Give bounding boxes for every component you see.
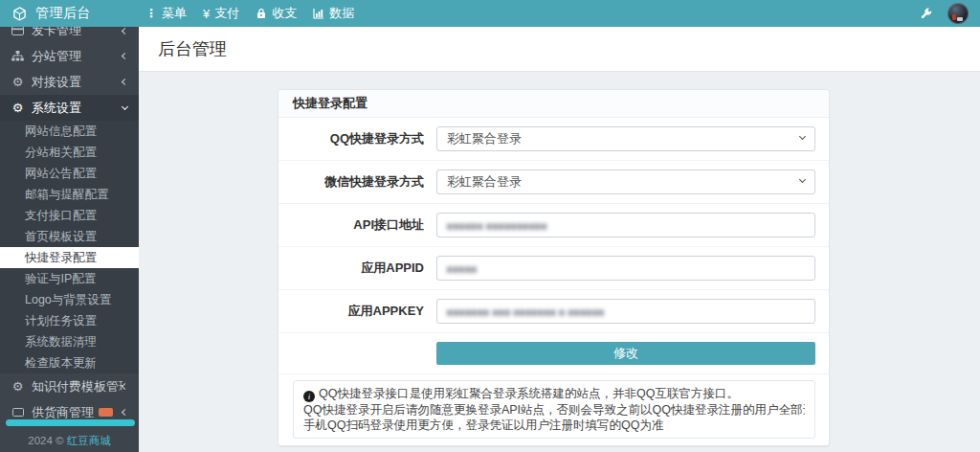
- cogs-icon: ⚙: [10, 76, 26, 88]
- system-settings-submenu: 网站信息配置 分站相关配置 网站公告配置 邮箱与提醒配置 支付接口配置 首页模板…: [0, 121, 139, 373]
- topbar: 管理后台 ⋮ 菜单 ¥ 支付 收支: [0, 0, 980, 27]
- wechat-login-select[interactable]: 彩虹聚合登录: [436, 170, 815, 194]
- nav-item-menu[interactable]: ⋮ 菜单: [145, 5, 187, 22]
- topnav: ⋮ 菜单 ¥ 支付 收支: [145, 5, 354, 22]
- button-row: 修改: [278, 333, 829, 374]
- chevron-left-icon: [122, 409, 128, 416]
- page-header: 后台管理: [139, 27, 980, 72]
- chevron-down-icon: [799, 133, 806, 140]
- submenu-substation-related[interactable]: 分站相关配置: [0, 142, 139, 163]
- submenu-data-cleanup[interactable]: 系统数据清理: [0, 331, 139, 352]
- chevron-down-icon: [799, 176, 806, 183]
- admin-app: 管理后台 ⋮ 菜单 ¥ 支付 收支: [0, 0, 980, 452]
- qq-login-select[interactable]: 彩虹聚合登录: [436, 126, 815, 151]
- api-address-label: API接口地址: [278, 216, 436, 234]
- nav-item-finance[interactable]: 收支: [256, 5, 297, 22]
- sidebar-item-system-settings[interactable]: ⚙ 系统设置: [0, 95, 139, 121]
- submenu-verify-ip[interactable]: 验证与IP配置: [0, 268, 139, 289]
- brand-title: 管理后台: [35, 5, 91, 22]
- qq-login-label: QQ快捷登录方式: [278, 130, 436, 147]
- submenu-cron-tasks[interactable]: 计划任务设置: [0, 310, 139, 331]
- quick-login-config-panel: 快捷登录配置 QQ快捷登录方式 彩虹聚合登录 微信快捷登录方式 彩虹聚合登录: [278, 89, 830, 446]
- submenu-site-info[interactable]: 网站信息配置: [0, 121, 139, 142]
- submenu-site-announcement[interactable]: 网站公告配置: [0, 163, 139, 184]
- submenu-logo-background[interactable]: Logo与背景设置: [0, 289, 139, 310]
- chevron-left-icon: [122, 383, 128, 390]
- gear-icon: ⚙: [10, 102, 26, 114]
- submenu-mail-reminder[interactable]: 邮箱与提醒配置: [0, 184, 139, 205]
- submenu-version-check[interactable]: 检查版本更新: [0, 352, 139, 373]
- bar-chart-icon: [313, 8, 324, 19]
- submenu-payment-api[interactable]: 支付接口配置: [0, 205, 139, 226]
- cogs-icon: ⚙: [10, 380, 26, 393]
- sitemap-icon: [10, 51, 26, 61]
- brand[interactable]: 管理后台: [0, 5, 134, 22]
- redacted-value: ▆▆▆▆▆: [447, 265, 478, 272]
- notes-box: iQQ快捷登录接口是使用彩虹聚合登录系统搭建的站点，并非QQ互联官方接口。 QQ…: [293, 380, 815, 439]
- chevron-down-icon: [122, 103, 128, 110]
- sidebar-item-substation[interactable]: 分站管理: [0, 43, 139, 69]
- appkey-input[interactable]: ▆▆▆▆▆▆▆ ▆▆▆ ▆▆▆▆▆▆▆ ▆ ▆▆▆▆▆▆: [436, 299, 815, 324]
- form-row-appkey: 应用APPKEY ▆▆▆▆▆▆▆ ▆▆▆ ▆▆▆▆▆▆▆ ▆ ▆▆▆▆▆▆: [278, 290, 829, 333]
- submenu-quick-login-active[interactable]: 快捷登录配置: [0, 247, 139, 268]
- page-title: 后台管理: [158, 37, 227, 60]
- api-address-input[interactable]: ▆▆▆▆▆▆ ▆▆▆▆▆▆▆▆▆▆: [436, 213, 815, 237]
- wrench-icon[interactable]: [920, 8, 932, 20]
- yen-icon: ¥: [203, 8, 210, 20]
- main-content: 后台管理 快捷登录配置 QQ快捷登录方式 彩虹聚合登录 微信快捷登录方式 彩虹聚…: [139, 27, 980, 452]
- sidebar-item-knowledge-template[interactable]: ⚙ 知识付费模板管理: [0, 373, 139, 399]
- nav-item-pay[interactable]: ¥ 支付: [203, 5, 239, 22]
- sidebar-item-docking[interactable]: ⚙ 对接设置: [0, 69, 139, 95]
- panel-title: 快捷登录配置: [278, 90, 829, 118]
- form-row-api-address: API接口地址 ▆▆▆▆▆▆ ▆▆▆▆▆▆▆▆▆▆: [278, 204, 829, 247]
- chevron-left-icon: [122, 27, 128, 34]
- sidebar-footer: 2024 © 红豆商城: [0, 434, 139, 448]
- notes-area: iQQ快捷登录接口是使用彩虹聚合登录系统搭建的站点，并非QQ互联官方接口。 QQ…: [278, 374, 829, 445]
- topbar-right: [920, 3, 980, 24]
- user-avatar[interactable]: [947, 3, 969, 24]
- redacted-value: ▆▆▆▆▆▆ ▆▆▆▆▆▆▆▆▆▆: [447, 222, 547, 229]
- form-row-qq-login: QQ快捷登录方式 彩虹聚合登录: [278, 118, 829, 161]
- new-badge: [99, 408, 113, 417]
- sidebar: 发卡管理 分站管理 ⚙ 对接设置 ⚙ 系统设置: [0, 27, 139, 452]
- nav-item-data[interactable]: 数据: [313, 5, 354, 22]
- sidebar-progress-bar: [6, 419, 135, 426]
- note-text: QQ快捷登录开启后请勿随意更换登录API站点，否则会导致之前以QQ快捷登录注册的…: [303, 402, 805, 418]
- cube-logo-icon: [12, 7, 27, 21]
- modify-submit-button[interactable]: 修改: [436, 342, 815, 365]
- info-circle-icon: i: [303, 391, 315, 402]
- box-icon: [10, 408, 26, 417]
- appid-input[interactable]: ▆▆▆▆▆: [436, 256, 815, 281]
- wechat-login-label: 微信快捷登录方式: [278, 173, 436, 191]
- brand-footer-link[interactable]: 红豆商城: [67, 435, 111, 446]
- menu-dots-icon: ⋮: [145, 8, 157, 19]
- chevron-left-icon: [122, 79, 128, 85]
- safe-lock-icon: [256, 8, 267, 19]
- form-row-appid: 应用APPID ▆▆▆▆▆: [278, 247, 829, 290]
- appid-label: 应用APPID: [278, 260, 436, 277]
- form-row-wechat-login: 微信快捷登录方式 彩虹聚合登录: [278, 161, 829, 204]
- credit-card-icon: [10, 26, 26, 35]
- submenu-home-template[interactable]: 首页模板设置: [0, 226, 139, 247]
- chevron-left-icon: [122, 53, 128, 59]
- redacted-value: ▆▆▆▆▆▆▆ ▆▆▆ ▆▆▆▆▆▆▆ ▆ ▆▆▆▆▆▆: [447, 308, 605, 315]
- note-text: QQ快捷登录接口是使用彩虹聚合登录系统搭建的站点，并非QQ互联官方接口。: [319, 387, 739, 400]
- note-text: 手机QQ扫码登录使用更方便，登录凭证以用户注册时填写的QQ为准: [303, 418, 805, 433]
- appkey-label: 应用APPKEY: [278, 303, 436, 320]
